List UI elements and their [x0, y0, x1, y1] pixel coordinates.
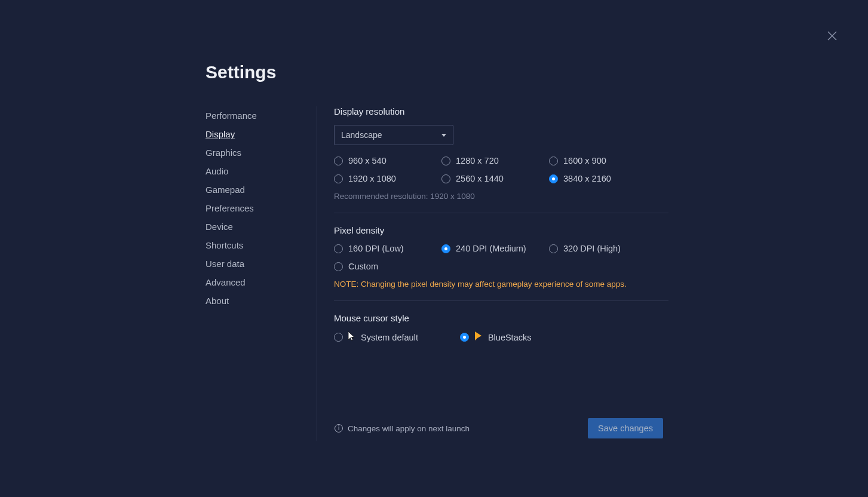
cursor-bluestacks-icon: [474, 332, 483, 343]
resolution-radio-2560x1440[interactable]: 2560 x 1440: [441, 174, 549, 183]
sidebar-item-shortcuts[interactable]: Shortcuts: [206, 236, 305, 254]
sidebar-item-graphics[interactable]: Graphics: [206, 143, 305, 162]
sidebar-item-gamepad[interactable]: Gamepad: [206, 180, 305, 199]
resolution-radio-1600x900[interactable]: 1600 x 900: [549, 156, 657, 165]
orientation-dropdown-value: Landscape: [341, 130, 382, 140]
vertical-divider: [317, 106, 317, 441]
resolution-radio-960x540[interactable]: 960 x 540: [334, 156, 441, 165]
sidebar: Performance Display Graphics Audio Gamep…: [206, 106, 317, 441]
divider: [334, 213, 668, 213]
sidebar-item-user-data[interactable]: User data: [206, 254, 305, 273]
main-panel: Display resolution Landscape 960 x 540 1…: [334, 106, 668, 441]
orientation-dropdown[interactable]: Landscape: [334, 125, 453, 145]
dpi-radio-240[interactable]: 240 DPI (Medium): [441, 244, 549, 253]
info-icon: i: [335, 424, 343, 432]
pixel-density-title: Pixel density: [334, 225, 668, 235]
resolution-radio-1920x1080[interactable]: 1920 x 1080: [334, 174, 441, 183]
sidebar-item-about[interactable]: About: [206, 292, 305, 310]
resolution-title: Display resolution: [334, 106, 668, 116]
cursor-default-icon: [348, 332, 355, 343]
save-changes-button[interactable]: Save changes: [588, 418, 663, 438]
dpi-radio-320[interactable]: 320 DPI (High): [549, 244, 657, 253]
sidebar-item-preferences[interactable]: Preferences: [206, 199, 305, 217]
page-title: Settings: [206, 62, 868, 82]
close-button[interactable]: [826, 30, 838, 42]
dpi-radio-160[interactable]: 160 DPI (Low): [334, 244, 441, 253]
footer-note: i Changes will apply on next launch: [335, 424, 470, 433]
sidebar-item-advanced[interactable]: Advanced: [206, 273, 305, 292]
cursor-radio-bluestacks[interactable]: BlueStacks: [460, 332, 532, 343]
sidebar-item-display[interactable]: Display: [206, 125, 305, 143]
sidebar-item-performance[interactable]: Performance: [206, 106, 305, 125]
divider: [334, 300, 668, 301]
sidebar-item-device[interactable]: Device: [206, 217, 305, 236]
chevron-down-icon: [441, 134, 446, 137]
cursor-style-title: Mouse cursor style: [334, 313, 668, 323]
sidebar-item-audio[interactable]: Audio: [206, 162, 305, 180]
cursor-radio-system-default[interactable]: System default: [334, 332, 418, 343]
dpi-radio-custom[interactable]: Custom: [334, 262, 668, 271]
resolution-radio-3840x2160[interactable]: 3840 x 2160: [549, 174, 657, 183]
pixel-density-note: NOTE: Changing the pixel density may aff…: [334, 280, 668, 289]
footer: i Changes will apply on next launch Save…: [335, 418, 663, 438]
resolution-recommended-hint: Recommended resolution: 1920 x 1080: [334, 192, 668, 201]
resolution-radio-1280x720[interactable]: 1280 x 720: [441, 156, 549, 165]
